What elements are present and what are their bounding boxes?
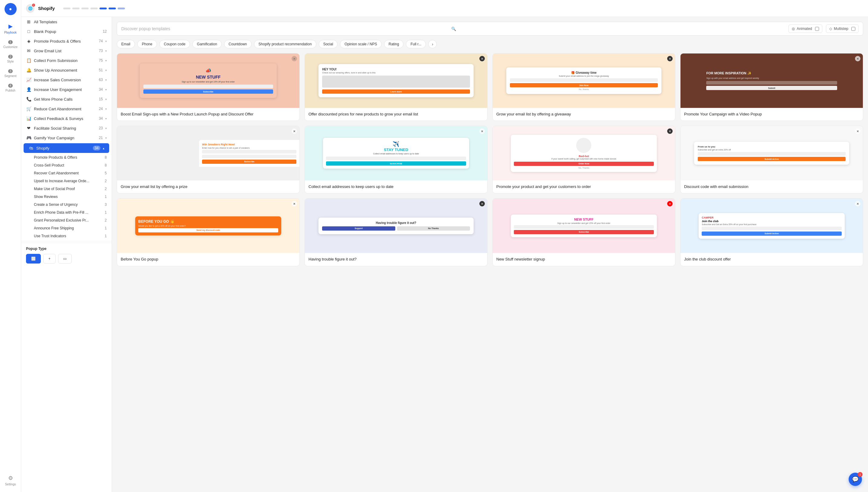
sub-item-exclusive[interactable]: Grant Personalized Exclusive Pr... 2 (21, 216, 112, 224)
chip-gamification[interactable]: Gamification (192, 40, 222, 48)
chip-countdown[interactable]: Countdown (224, 40, 252, 48)
giveaway-popup: 🎁 Giveaway time Submit your email addres… (506, 67, 661, 94)
facilitate-social-chevron: ▾ (105, 127, 107, 130)
facilitate-social-count: 23 (99, 126, 103, 130)
increase-sales-chevron: ▾ (105, 78, 107, 81)
chip-social[interactable]: Social (319, 40, 338, 48)
sidebar-item-get-phone[interactable]: 📞 Get More Phone Calls 15 ▾ (21, 94, 112, 104)
sub-item-promote-products[interactable]: Promote Products & Offers 8 (21, 153, 112, 162)
sidebar-item-facilitate-social[interactable]: ❤ Facilitate Social Sharing 23 ▾ (21, 123, 112, 133)
sub-item-upsell[interactable]: Upsell to Increase Average Orde... 2 (21, 177, 112, 185)
chip-email[interactable]: Email (117, 40, 135, 48)
multistep-checkbox[interactable] (851, 27, 855, 31)
sub-item-urgency[interactable]: Create a Sense of Urgency 3 (21, 201, 112, 208)
popup-type-floating[interactable]: + (43, 254, 56, 264)
shopify-icon: 🌐 1 (26, 4, 34, 13)
chat-widget[interactable]: 💬 1 (849, 473, 862, 486)
chip-shopify-recommendation[interactable]: Shopify product recommendation (254, 40, 316, 48)
sidebar-item-reduce-cart[interactable]: 🛒 Reduce Cart Abandonment 24 ▾ (21, 104, 112, 114)
card-title-7: Promote your product and get your custom… (496, 184, 672, 190)
template-grid: ✕ 📣 NEW STUFF Sign up to our newsletter … (117, 53, 863, 266)
sidebar-item-increase-user[interactable]: 👤 Increase User Engagement 34 ▾ (21, 84, 112, 94)
collect-form-icon: 📋 (26, 58, 31, 63)
template-card-6[interactable]: ✕ ✈️ STAY TUNED Collect email addresses … (305, 126, 488, 193)
template-card-5[interactable]: ✕ Win Sneakers Right Now! Enter now for … (117, 126, 300, 193)
animated-checkbox[interactable] (815, 27, 819, 31)
nav-item-publish[interactable]: 4 Publish (0, 81, 21, 95)
chip-phone[interactable]: Phone (137, 40, 157, 48)
step-7 (118, 7, 125, 9)
animated-option[interactable]: ◎ Animated (789, 24, 822, 33)
template-card-4[interactable]: ✕ FOR MORE INSPIRATION ✨ Sign up with yo… (680, 53, 863, 121)
customize-num: 1 (8, 40, 13, 44)
sub-item-show-reviews[interactable]: Show Reviews 1 (21, 193, 112, 201)
card-preview-4: ✕ FOR MORE INSPIRATION ✨ Sign up with yo… (680, 53, 863, 108)
template-card-10[interactable]: ✕ Having trouble figure it out? Support … (305, 198, 488, 266)
app-logo[interactable]: ● (4, 3, 17, 15)
collect-form-chevron: ▾ (105, 59, 107, 62)
sub-count-urgency: 3 (104, 202, 107, 207)
sidebar-item-grow-email[interactable]: ✉ Grow Email List 73 ▾ (21, 46, 112, 56)
sub-item-free-shipping[interactable]: Announce Free Shipping 1 (21, 224, 112, 232)
template-card-1[interactable]: ✕ 📣 NEW STUFF Sign up to our newsletter … (117, 53, 300, 121)
card-title-9: Before You Go popup (121, 256, 296, 262)
sidebar-item-shopify[interactable]: 🛍 Shopify 34 ▴ (24, 143, 109, 153)
template-card-9[interactable]: ✕ BEFORE YOU GO 👋 Would you like to get … (117, 198, 300, 266)
template-card-11[interactable]: ✕ NEW STUFF Sign up to our newsletter an… (492, 198, 675, 266)
style-num: 2 (8, 55, 13, 59)
sub-item-cross-sell[interactable]: Cross-Sell Product 8 (21, 162, 112, 169)
sidebar-item-promote-products[interactable]: ◈ Promote Products & Offers 74 ▾ (21, 36, 112, 46)
chip-opinion-scale[interactable]: Opinion scale / NPS (340, 40, 381, 48)
nav-item-playbook[interactable]: ▶ Playbook (0, 20, 21, 37)
left-sidebar: ⊞ All Templates □ Blank Popup 12 ◈ Promo… (21, 17, 112, 492)
template-card-12[interactable]: ✕ CAMPER Join the club Subscribe and Get… (680, 198, 863, 266)
card-info-12: Join the club discount offer (680, 253, 863, 266)
chip-rating[interactable]: Rating (384, 40, 404, 48)
chip-nav-right[interactable]: › (428, 40, 437, 48)
sidebar-item-collect-form[interactable]: 📋 Collect Form Submission 75 ▾ (21, 56, 112, 65)
card-info-3: Grow your email list by offering a givea… (493, 108, 675, 121)
sidebar-item-collect-feedback[interactable]: 📊 Collect Feedback & Surveys 34 ▾ (21, 114, 112, 123)
sub-item-recover-cart[interactable]: Recover Cart Abandonment 5 (21, 169, 112, 177)
multistep-option[interactable]: ◇ Multistep (826, 24, 859, 33)
card-title-4: Promote Your Campaign with a Video Popup (684, 112, 859, 117)
chip-full[interactable]: Full r... (406, 40, 426, 48)
card-preview-6: ✕ ✈️ STAY TUNED Collect email addresses … (305, 126, 487, 180)
sidebar-item-show-up[interactable]: 🔔 Show Up Announcement 51 ▾ (21, 65, 112, 75)
close-btn-3: ✕ (667, 56, 673, 62)
sub-item-trust[interactable]: Use Trust Indicators 1 (21, 232, 112, 240)
show-up-count: 51 (99, 68, 103, 72)
nav-item-style[interactable]: 2 Style (0, 52, 21, 66)
popup-type-popup[interactable]: ⬜ (26, 254, 41, 264)
sidebar-item-increase-sales[interactable]: 📈 Increase Sales Conversion 63 ▾ (21, 75, 112, 84)
chip-coupon[interactable]: Coupon code (159, 40, 190, 48)
popup-type-bar[interactable]: ▭ (58, 254, 72, 264)
nav-item-settings[interactable]: ⚙ Settings (0, 472, 21, 489)
sub-item-social-proof[interactable]: Make Use of Social Proof 2 (21, 185, 112, 193)
template-card-3[interactable]: ✕ 🎁 Giveaway time Submit your email addr… (492, 53, 675, 121)
reduce-cart-icon: 🛒 (26, 106, 31, 111)
shopify-chevron: ▴ (103, 147, 104, 150)
sidebar-item-blank-popup[interactable]: □ Blank Popup 12 (21, 27, 112, 36)
gamify-chevron: ▾ (105, 136, 107, 140)
search-input[interactable] (121, 26, 449, 31)
nav-label-segment: Segment (4, 74, 16, 78)
sub-count-trust: 1 (104, 234, 107, 238)
sidebar-item-all-templates[interactable]: ⊞ All Templates (21, 17, 112, 27)
sidebar-item-gamify[interactable]: 🎮 Gamify Your Campaign 21 ▾ (21, 133, 112, 143)
template-card-8[interactable]: ✕ From us to you Subscribe and get an ex… (680, 126, 863, 193)
nav-item-segment[interactable]: 3 Segment (0, 66, 21, 81)
card-preview-11: ✕ NEW STUFF Sign up to our newsletter an… (493, 199, 675, 253)
template-card-2[interactable]: ✕ HEY YOU! Check out our amazing offers,… (305, 53, 488, 121)
chat-badge: 1 (858, 472, 863, 477)
nav-item-customize[interactable]: 1 Customize (0, 37, 21, 52)
nav-label-settings: Settings (5, 483, 16, 486)
popup-type-buttons: ⬜ + ▭ (26, 254, 107, 264)
sub-item-phone-data[interactable]: Enrich Phone Data with Pre-Fill ... 1 (21, 208, 112, 216)
gamify-label: Gamify Your Campaign (34, 136, 96, 140)
increase-user-icon: 👤 (26, 87, 31, 92)
template-card-7[interactable]: ✕ Red-hot If your sweet tooth calling, g… (492, 126, 675, 193)
card-preview-3: ✕ 🎁 Giveaway time Submit your email addr… (493, 53, 675, 108)
sub-count-upsell: 2 (104, 179, 107, 183)
close-btn-10: ✕ (479, 201, 485, 206)
